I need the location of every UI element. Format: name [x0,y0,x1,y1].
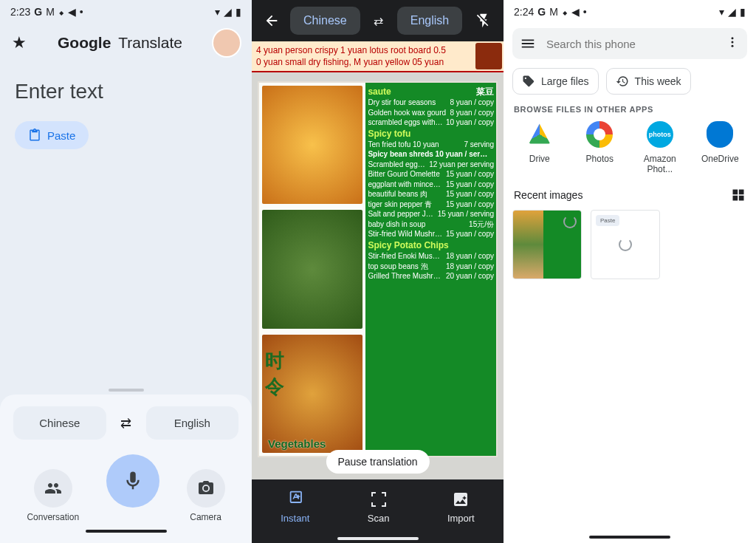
more-vert-icon [726,35,739,49]
filter-large-files[interactable]: Large files [512,68,599,95]
signal-icon: ◢ [224,6,232,18]
tab-scan[interactable]: Scan [368,491,390,524]
svg-point-0 [732,37,734,39]
menu-text: saute菜豆Dry stir four seasons8 yuan / cop… [365,83,496,456]
scan-icon [370,491,388,508]
mic-icon [122,470,144,492]
swap-languages-button[interactable]: ⇄ [114,411,139,436]
banner-line: 0 yuan small dry fishing, M yuan yellow … [256,56,499,68]
voice-button[interactable] [106,454,159,508]
dot-icon: • [80,6,83,18]
tab-label: Scan [368,513,390,524]
menu-card: 时令 Vegetables saute菜豆Dry stir four seaso… [258,81,498,457]
app-drive[interactable]: Drive [512,121,567,174]
camera-swap-button[interactable]: ⇄ [368,14,390,28]
text-input-placeholder[interactable]: Enter text [0,62,252,121]
tab-label: Instant [281,513,309,524]
photos-icon [586,121,613,148]
saved-icon[interactable]: ★ [12,33,27,52]
app-label: OneDrive [701,154,739,164]
app-label: Amazon Phot... [633,154,687,174]
food-photo-icon [475,43,502,69]
google-icon: G [34,6,42,18]
camera-source-language[interactable]: Chinese [290,7,360,35]
translated-banner: 4 yuan person crispy 1 yuan lotus root b… [252,41,504,72]
tab-instant[interactable]: Instant [281,491,309,524]
camera-icon [197,479,215,497]
drive-icon [526,121,553,148]
gmail-icon: M [549,6,558,18]
food-photo [262,86,362,204]
onedrive-icon [707,121,733,148]
tag-icon [522,75,535,88]
recent-image-thumb[interactable] [512,210,582,279]
app-label: Photos [586,154,614,164]
camera-tabs: Instant Scan Import [252,479,504,543]
camera-label: Camera [190,512,221,522]
tab-label: Import [447,513,475,524]
food-photo [262,210,362,328]
drag-handle-icon[interactable] [109,389,144,392]
recent-images-title: Recent images [514,189,583,201]
filter-label: Large files [541,75,589,87]
vegetables-label: Vegetables [268,437,326,450]
nav-bar-icon[interactable] [589,536,670,539]
menu-icon[interactable] [520,35,536,52]
section-browse-title: BROWSE FILES IN OTHER APPS [504,105,756,121]
misc-icon: ⬥ [562,6,568,18]
gmail-icon: M [46,6,55,18]
status-bar: 2:23 G M ⬥ ◀ • ▾ ◢ ▮ [0,0,252,21]
search-bar[interactable] [512,28,747,59]
flash-off-icon [475,13,492,29]
paste-button[interactable]: Paste [15,121,89,149]
history-icon [616,75,629,88]
loading-spinner-icon [619,238,632,251]
app-photos[interactable]: Photos [572,121,627,174]
bottom-sheet: Chinese ⇄ English Conversation [0,395,252,543]
svg-point-1 [732,41,734,44]
svg-point-2 [732,45,734,47]
amazon-photos-icon: photos [647,121,673,148]
send-icon: ◀ [571,6,580,18]
camera-viewfinder: 4 yuan person crispy 1 yuan lotus root b… [252,41,504,479]
camera-button[interactable] [187,469,225,508]
loading-spinner-icon [563,215,577,228]
more-button[interactable] [725,35,740,52]
status-time: 2:24 [514,6,534,18]
grid-view-icon[interactable] [731,188,746,202]
recent-image-thumb[interactable]: Paste [591,210,660,279]
nav-bar-icon[interactable] [86,530,167,533]
people-icon [44,479,62,497]
status-time: 2:23 [10,6,30,18]
source-language-button[interactable]: Chinese [13,406,106,440]
wifi-icon: ▾ [215,6,220,18]
chinese-char: 时令 [265,348,284,400]
camera-target-language[interactable]: English [397,7,462,35]
wifi-icon: ▾ [719,6,724,18]
app-label: Drive [529,154,550,164]
banner-line: 4 yuan person crispy 1 yuan lotus root b… [256,44,499,56]
conversation-button[interactable] [34,469,72,508]
clipboard-icon [28,129,41,142]
paste-mini-label: Paste [596,215,619,226]
send-icon: ◀ [68,6,76,18]
nav-bar-icon[interactable] [337,537,419,540]
avatar[interactable] [213,30,240,56]
app-title: Google Translate [58,34,182,52]
filter-label: This week [635,75,681,87]
app-amazon-photos[interactable]: photos Amazon Phot... [633,121,687,174]
conversation-label: Conversation [27,512,79,522]
status-bar: 2:24 G M ⬥ ◀ • ▾ ◢ ▮ [504,0,756,21]
target-language-button[interactable]: English [146,406,239,440]
filter-this-week[interactable]: This week [606,68,691,95]
pause-translation-button[interactable]: Pause translation [326,450,429,474]
instant-icon [286,491,304,508]
app-onedrive[interactable]: OneDrive [693,121,747,174]
flash-button[interactable] [472,10,495,32]
tab-import[interactable]: Import [447,491,475,524]
misc-icon: ⬥ [58,6,64,18]
voice-label [131,512,134,522]
back-button[interactable] [261,10,283,32]
food-photo: 时令 Vegetables [262,335,362,453]
search-input[interactable] [546,38,715,50]
